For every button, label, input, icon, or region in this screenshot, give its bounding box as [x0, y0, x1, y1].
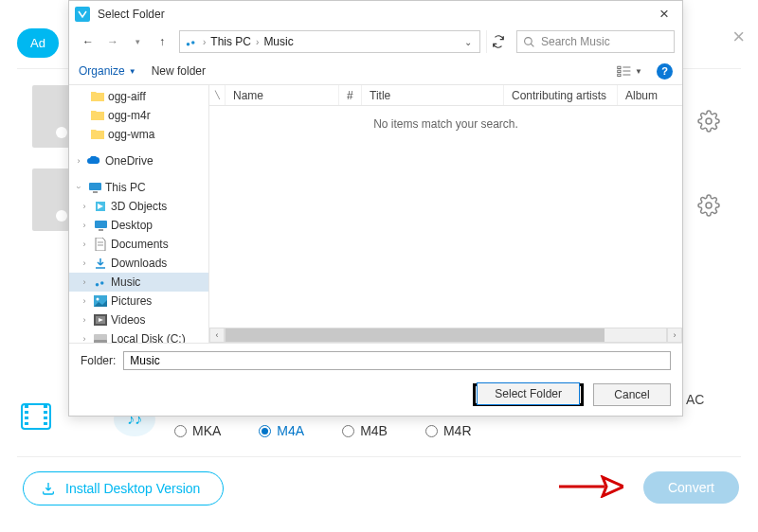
dialog-nav: ← → ▾ ↑ › This PC › Music ⌄ Search Music: [69, 27, 682, 56]
folder-tree[interactable]: ogg-aiff ogg-m4r ogg-wma ›OneDrive ›This…: [69, 85, 209, 343]
chevron-right-icon[interactable]: ›: [256, 37, 259, 47]
recent-dropdown[interactable]: ▾: [126, 30, 149, 53]
column-number[interactable]: #: [339, 85, 362, 105]
view-mode-button[interactable]: ▼: [612, 62, 647, 80]
app-icon: [75, 7, 90, 22]
svg-rect-13: [89, 183, 101, 190]
column-headers[interactable]: ╲ Name # Title Contributing artists Albu…: [209, 85, 682, 106]
chevron-right-icon[interactable]: ›: [203, 37, 206, 47]
tree-item[interactable]: ›Videos: [69, 310, 208, 329]
scrollbar-thumb[interactable]: [226, 328, 605, 342]
svg-point-21: [97, 298, 99, 301]
sort-indicator[interactable]: ╲: [209, 85, 226, 105]
breadcrumb[interactable]: › This PC › Music ⌄: [179, 30, 480, 53]
scroll-right-icon[interactable]: ›: [667, 328, 682, 343]
new-folder-button[interactable]: New folder: [152, 64, 206, 78]
tree-item[interactable]: ›Pictures: [69, 292, 208, 310]
svg-point-1: [706, 203, 712, 208]
up-button[interactable]: ↑: [151, 30, 173, 53]
svg-marker-3: [603, 477, 623, 496]
svg-line-6: [531, 44, 533, 46]
folder-input[interactable]: [123, 351, 671, 370]
search-input[interactable]: Search Music: [516, 30, 675, 53]
breadcrumb-item[interactable]: Music: [261, 35, 296, 48]
column-album[interactable]: Album: [618, 85, 682, 105]
tree-item[interactable]: ›3D Objects: [69, 197, 208, 216]
tree-item[interactable]: ›Downloads: [69, 254, 208, 273]
tree-item[interactable]: ›Desktop: [69, 216, 208, 235]
convert-button[interactable]: Convert: [643, 471, 739, 504]
column-title[interactable]: Title: [362, 85, 504, 105]
tree-item[interactable]: ›Documents: [69, 235, 208, 254]
format-radio-mka[interactable]: MKA: [174, 423, 221, 438]
scroll-left-icon[interactable]: ‹: [209, 328, 225, 343]
svg-rect-4: [75, 7, 90, 22]
file-list: ╲ Name # Title Contributing artists Albu…: [209, 85, 682, 343]
install-desktop-button[interactable]: Install Desktop Version: [23, 471, 224, 505]
search-icon: [523, 36, 535, 48]
column-name[interactable]: Name: [226, 85, 339, 105]
add-button[interactable]: Ad: [17, 28, 59, 58]
format-radio-m4b[interactable]: M4B: [342, 423, 388, 438]
column-artists[interactable]: Contributing artists: [504, 85, 618, 105]
select-folder-dialog: Select Folder × ← → ▾ ↑ › This PC › Musi…: [68, 0, 683, 417]
install-label: Install Desktop Version: [65, 481, 200, 496]
help-icon[interactable]: ?: [657, 63, 673, 80]
svg-point-5: [525, 37, 532, 44]
tree-item[interactable]: ogg-wma: [69, 125, 208, 144]
svg-rect-7: [618, 66, 621, 68]
gear-icon[interactable]: [697, 110, 720, 133]
back-button[interactable]: ←: [77, 30, 99, 53]
tree-item[interactable]: ogg-m4r: [69, 106, 208, 125]
download-icon: [41, 481, 56, 496]
close-icon[interactable]: ×: [732, 25, 745, 49]
tree-item[interactable]: ogg-aiff: [69, 87, 208, 106]
divider: [17, 456, 741, 457]
dialog-toolbar: Organize▼ New folder ▼ ?: [69, 58, 682, 85]
svg-rect-17: [99, 229, 103, 231]
tree-item-onedrive[interactable]: ›OneDrive: [69, 151, 208, 170]
svg-rect-9: [618, 74, 621, 76]
tree-item[interactable]: ›Local Disk (C:): [69, 329, 208, 343]
dialog-footer: Folder: Select Folder Cancel: [69, 343, 682, 416]
format-label-partial: AC: [686, 392, 704, 407]
dialog-titlebar: Select Folder ×: [69, 1, 682, 27]
gear-icon[interactable]: [697, 194, 720, 217]
format-radio-m4a[interactable]: M4A: [259, 423, 304, 438]
tree-item-music[interactable]: ›Music: [69, 273, 208, 292]
music-icon: [185, 35, 198, 48]
close-icon[interactable]: ×: [654, 5, 675, 24]
forward-button[interactable]: →: [101, 30, 124, 53]
svg-rect-8: [618, 70, 621, 72]
search-placeholder: Search Music: [541, 35, 610, 48]
svg-rect-16: [95, 221, 107, 228]
tree-item-thispc[interactable]: ›This PC: [69, 178, 208, 197]
select-folder-button[interactable]: Select Folder: [477, 382, 580, 405]
format-radios: MKA M4A M4B M4R: [174, 423, 472, 438]
svg-rect-14: [93, 191, 98, 193]
scrollbar-track[interactable]: [225, 328, 667, 343]
breadcrumb-item[interactable]: This PC: [208, 35, 254, 48]
annotation-highlight: Select Folder: [473, 383, 584, 406]
cancel-button[interactable]: Cancel: [593, 383, 671, 406]
refresh-button[interactable]: [486, 30, 509, 53]
annotation-arrow: [557, 475, 623, 498]
format-radio-m4r[interactable]: M4R: [425, 423, 472, 438]
empty-message: No items match your search.: [209, 117, 682, 131]
chevron-down-icon[interactable]: ⌄: [459, 37, 478, 47]
video-icon[interactable]: [21, 403, 51, 430]
horizontal-scrollbar[interactable]: ‹ ›: [209, 328, 682, 343]
folder-label: Folder:: [81, 354, 116, 367]
svg-point-0: [706, 118, 712, 124]
dialog-title: Select Folder: [98, 8, 165, 21]
organize-menu[interactable]: Organize▼: [79, 64, 136, 78]
